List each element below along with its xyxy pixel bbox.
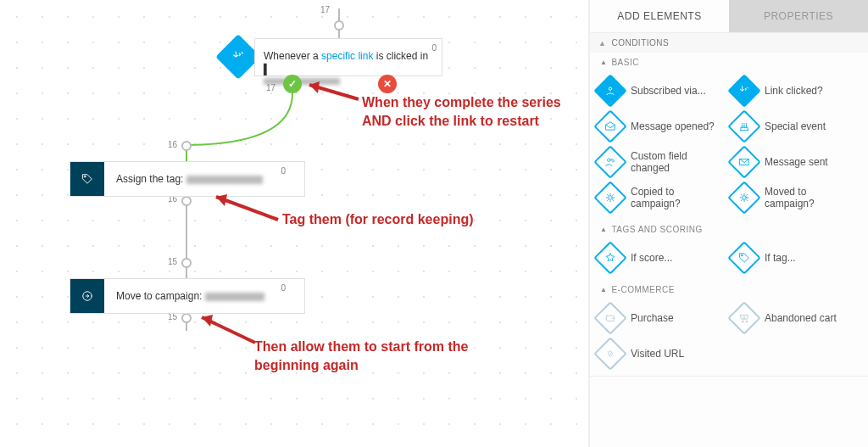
svg-point-5 — [609, 196, 613, 200]
tile-abandoned-cart[interactable]: Abandoned cart — [729, 303, 858, 333]
connector-node — [334, 20, 344, 31]
action-text: Assign the tag: — [116, 173, 186, 185]
tag-icon — [727, 241, 761, 275]
workflow-canvas[interactable]: 17 16 16 15 15 Whenever a specific link … — [0, 0, 588, 447]
tile-if-score[interactable]: If score... — [595, 243, 724, 273]
chevron-up-icon: ▲ — [600, 59, 607, 66]
chevron-up-icon: ▲ — [600, 286, 607, 293]
svg-point-6 — [743, 196, 747, 200]
tile-visited-url[interactable]: Visited URL — [595, 338, 724, 369]
chevron-up-icon: ▲ — [598, 39, 606, 47]
count-label: 17 — [320, 5, 330, 14]
panel-tabs: ADD ELEMENTS PROPERTIES — [590, 0, 868, 33]
trigger-card-link-clicked[interactable]: Whenever a specific link is clicked in ▌… — [254, 38, 442, 76]
tile-subscribed-via[interactable]: Subscribed via... — [595, 75, 724, 106]
tile-purchase[interactable]: Purchase — [595, 303, 724, 333]
count-label: 0 — [431, 42, 437, 55]
connector-node — [181, 258, 192, 268]
envelope-icon — [727, 145, 761, 179]
cart-icon — [727, 301, 761, 335]
link-icon — [593, 337, 627, 371]
tile-copied-to-campaign[interactable]: Copied to campaign? — [595, 182, 724, 213]
user-icon — [593, 74, 627, 108]
annotation-2: Tag them (for record keeping) — [282, 210, 474, 229]
svg-point-3 — [608, 159, 611, 162]
envelope-open-icon — [593, 109, 627, 143]
annotation-3: Then allow them to start from the beginn… — [254, 338, 526, 375]
move-icon — [70, 279, 104, 313]
section-header-conditions[interactable]: ▲ CONDITIONS — [590, 33, 868, 53]
group-header-ecommerce[interactable]: ▲ E-COMMERCE — [590, 280, 868, 299]
branch-yes-icon[interactable]: ✓ — [283, 75, 302, 93]
cake-icon — [727, 109, 761, 143]
annotation-1: When they complete the series AND click … — [362, 93, 565, 131]
count-label: 17 — [266, 83, 275, 92]
click-icon — [727, 74, 761, 108]
tile-special-event[interactable]: Special event — [729, 111, 858, 142]
arrow-icon — [193, 310, 257, 349]
star-icon — [593, 241, 627, 275]
copy-gear-icon — [593, 181, 627, 215]
connector-node — [181, 141, 192, 151]
chevron-up-icon: ▲ — [600, 226, 607, 233]
count-label: 15 — [168, 257, 177, 266]
tile-message-opened[interactable]: Message opened? — [595, 111, 724, 142]
group-header-tags[interactable]: ▲ TAGS AND SCORING — [590, 220, 868, 239]
action-card-assign-tag[interactable]: Assign the tag: 0 — [70, 161, 305, 197]
action-card-move-campaign[interactable]: Move to campaign: 0 — [70, 278, 305, 314]
section-title: CONDITIONS — [611, 38, 669, 47]
tile-if-tag[interactable]: If tag... — [729, 243, 858, 273]
branch-no-icon[interactable]: ✕ — [378, 75, 397, 93]
count-label: 0 — [281, 165, 286, 178]
tile-link-clicked[interactable]: Link clicked? — [729, 75, 858, 106]
trigger-text-prefix: Whenever a — [264, 50, 321, 62]
tab-add-elements[interactable]: ADD ELEMENTS — [590, 0, 729, 32]
trigger-text-suffix: is clicked in — [373, 50, 428, 62]
count-label: 16 — [168, 140, 177, 149]
tile-message-sent[interactable]: Message sent — [729, 147, 858, 177]
wallet-icon — [593, 301, 627, 335]
svg-point-2 — [609, 87, 612, 91]
connector-node — [181, 313, 192, 323]
tab-properties[interactable]: PROPERTIES — [729, 0, 868, 32]
count-label: 0 — [281, 282, 286, 295]
tile-custom-field-changed[interactable]: Custom field changed — [595, 147, 724, 177]
svg-point-7 — [741, 254, 743, 256]
group-header-basic[interactable]: ▲ BASIC — [590, 53, 868, 72]
move-gear-icon — [727, 181, 761, 215]
svg-point-10 — [746, 321, 748, 322]
svg-point-0 — [84, 176, 86, 177]
action-text: Move to campaign: — [116, 290, 205, 302]
connector-node — [181, 196, 192, 206]
svg-point-9 — [742, 321, 743, 322]
trigger-link[interactable]: specific link — [321, 50, 373, 62]
user-edit-icon — [593, 145, 627, 179]
tag-icon — [70, 162, 104, 196]
tile-moved-to-campaign[interactable]: Moved to campaign? — [729, 182, 858, 213]
side-panel: ADD ELEMENTS PROPERTIES ▲ CONDITIONS ▲ B… — [588, 0, 868, 447]
